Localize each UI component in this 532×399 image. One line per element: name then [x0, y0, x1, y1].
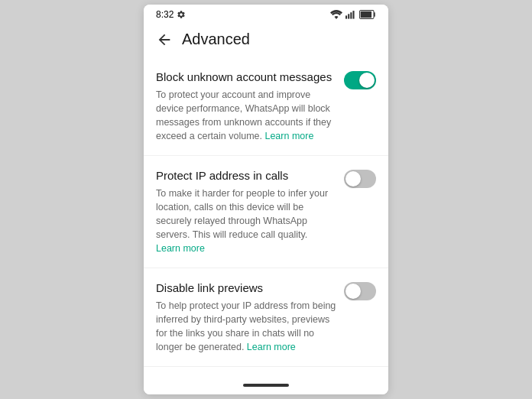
svg-rect-3	[352, 11, 354, 19]
page-title: Advanced	[182, 31, 250, 48]
gear-icon	[177, 10, 186, 19]
header: Advanced	[144, 23, 388, 57]
toggle-protect-ip[interactable]	[344, 170, 376, 188]
setting-text-block-unknown: Block unknown account messages To protec…	[156, 70, 338, 143]
setting-text-protect-ip: Protect IP address in calls To make it h…	[156, 168, 338, 255]
toggle-link-previews[interactable]	[344, 282, 376, 300]
bottom-bar	[144, 378, 388, 394]
status-bar: 8:32	[144, 5, 388, 23]
setting-item-protect-ip: Protect IP address in calls To make it h…	[144, 156, 388, 268]
toggle-knob-protect-ip	[345, 171, 361, 187]
phone-frame: 8:32	[144, 5, 388, 394]
toggle-wrapper-block-unknown[interactable]	[344, 71, 376, 89]
status-time: 8:32	[156, 9, 174, 20]
home-indicator	[243, 384, 289, 387]
toggle-knob-block-unknown	[359, 73, 375, 88]
toggle-wrapper-protect-ip[interactable]	[344, 170, 376, 188]
signal-icon	[345, 10, 356, 19]
svg-rect-5	[361, 11, 371, 18]
svg-rect-2	[350, 12, 352, 18]
setting-title-protect-ip: Protect IP address in calls	[156, 168, 338, 183]
learn-more-link-previews[interactable]: Learn more	[247, 342, 296, 352]
setting-item-block-unknown: Block unknown account messages To protec…	[144, 57, 388, 156]
toggle-block-unknown[interactable]	[344, 71, 376, 89]
setting-desc-protect-ip: To make it harder for people to infer yo…	[156, 187, 338, 256]
back-button[interactable]	[156, 31, 173, 48]
battery-icon	[359, 10, 376, 19]
setting-title-link-previews: Disable link previews	[156, 281, 338, 296]
setting-desc-link-previews: To help protect your IP address from bei…	[156, 299, 338, 355]
toggle-knob-link-previews	[345, 284, 361, 299]
setting-text-link-previews: Disable link previews To help protect yo…	[156, 281, 338, 354]
svg-rect-0	[345, 15, 347, 18]
setting-desc-block-unknown: To protect your account and improve devi…	[156, 88, 338, 144]
setting-item-link-previews: Disable link previews To help protect yo…	[144, 268, 388, 367]
svg-rect-1	[348, 14, 349, 18]
setting-title-block-unknown: Block unknown account messages	[156, 70, 338, 85]
learn-more-protect-ip[interactable]: Learn more	[156, 243, 205, 254]
content: Block unknown account messages To protec…	[144, 57, 388, 378]
wifi-icon	[330, 10, 342, 19]
status-icons	[330, 10, 376, 19]
toggle-wrapper-link-previews[interactable]	[344, 282, 376, 300]
learn-more-block-unknown[interactable]: Learn more	[264, 131, 313, 141]
